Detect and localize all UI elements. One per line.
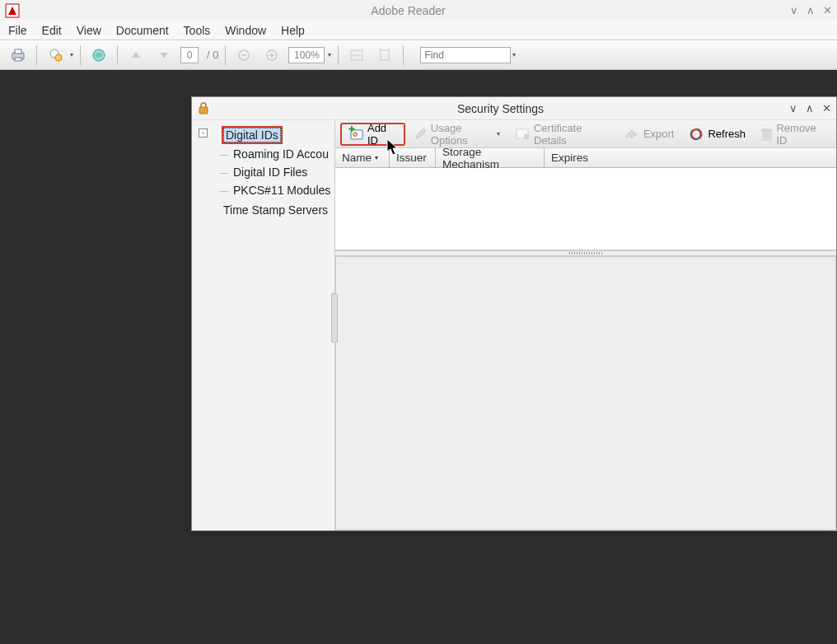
tree-item-digital-id-files[interactable]: Digital ID Files bbox=[231, 166, 331, 179]
toolbar-separator bbox=[338, 45, 339, 65]
refresh-label: Refresh bbox=[708, 128, 746, 140]
dropdown-arrow-icon[interactable]: ▾ bbox=[328, 51, 331, 58]
export-button[interactable]: Export bbox=[618, 123, 681, 146]
minimize-button[interactable]: ∨ bbox=[790, 4, 798, 16]
svg-rect-14 bbox=[381, 50, 389, 60]
remove-id-label: Remove ID bbox=[776, 122, 825, 147]
titlebar: Adobe Reader ∨ ∧ ✕ bbox=[0, 0, 837, 21]
menu-view[interactable]: View bbox=[77, 24, 101, 37]
dropdown-arrow-icon: ▾ bbox=[497, 130, 500, 138]
fit-page-icon[interactable] bbox=[373, 44, 396, 66]
world-icon[interactable] bbox=[87, 44, 110, 66]
add-id-icon bbox=[348, 126, 363, 142]
vertical-splitter[interactable] bbox=[331, 293, 338, 343]
svg-point-5 bbox=[55, 54, 62, 61]
zoom-out-icon[interactable] bbox=[232, 44, 255, 66]
toolbar-separator bbox=[117, 45, 118, 65]
dialog-close-button[interactable]: ✕ bbox=[822, 102, 831, 114]
column-name[interactable]: Name▾ bbox=[335, 148, 390, 167]
menu-tools[interactable]: Tools bbox=[184, 24, 211, 37]
export-label: Export bbox=[643, 128, 675, 140]
add-id-button[interactable]: Add ID bbox=[340, 123, 405, 146]
print-icon[interactable] bbox=[7, 44, 30, 66]
dialog-minimize-button[interactable]: ∨ bbox=[789, 102, 797, 114]
refresh-button[interactable]: Refresh bbox=[682, 123, 752, 146]
zoom-input[interactable] bbox=[288, 47, 325, 63]
toolbar-separator bbox=[403, 45, 404, 65]
add-id-label: Add ID bbox=[367, 122, 397, 147]
dropdown-arrow-icon[interactable]: ▾ bbox=[512, 51, 516, 58]
zoom-in-icon[interactable] bbox=[260, 44, 283, 66]
page-up-icon[interactable] bbox=[124, 44, 147, 66]
adobe-reader-icon bbox=[5, 3, 20, 18]
column-storage[interactable]: Storage Mechanism bbox=[436, 148, 545, 167]
tree-collapse-icon[interactable]: - bbox=[199, 128, 208, 138]
collab-icon[interactable] bbox=[44, 44, 67, 66]
certificate-icon bbox=[515, 127, 530, 142]
toolbar-separator bbox=[80, 45, 81, 65]
main-toolbar: ▾ / 0 ▾ ▾ bbox=[0, 40, 837, 70]
trash-icon bbox=[760, 127, 772, 142]
close-button[interactable]: ✕ bbox=[823, 4, 832, 16]
dropdown-arrow-icon[interactable]: ▾ bbox=[70, 51, 73, 58]
svg-rect-15 bbox=[199, 107, 208, 114]
menu-document[interactable]: Document bbox=[116, 24, 169, 37]
dialog-maximize-button[interactable]: ∧ bbox=[806, 102, 814, 114]
horizontal-splitter[interactable] bbox=[335, 250, 836, 256]
svg-rect-2 bbox=[15, 49, 21, 54]
dialog-title: Security Settings bbox=[212, 102, 789, 115]
remove-id-button[interactable]: Remove ID bbox=[754, 123, 831, 146]
export-icon bbox=[624, 128, 639, 141]
main-window: Adobe Reader ∨ ∧ ✕ File Edit View Docume… bbox=[0, 0, 837, 644]
tree-item-timestamp-servers[interactable]: Time Stamp Servers bbox=[222, 203, 330, 217]
settings-tree: - Digital IDs Roaming ID Accou Digital I… bbox=[192, 120, 335, 530]
tree-item-digital-ids[interactable]: Digital IDs bbox=[223, 128, 281, 142]
dialog-right-area: Add ID Usage Options ▾ Certificate Detai… bbox=[335, 120, 836, 530]
page-number-input[interactable] bbox=[180, 47, 199, 63]
certificate-details-label: Certificate Details bbox=[534, 122, 610, 147]
page-down-icon[interactable] bbox=[152, 44, 175, 66]
menubar: File Edit View Document Tools Window Hel… bbox=[0, 21, 837, 40]
svg-rect-24 bbox=[762, 129, 772, 131]
id-list-panel bbox=[335, 168, 836, 250]
maximize-button[interactable]: ∧ bbox=[807, 4, 815, 16]
menu-edit[interactable]: Edit bbox=[42, 24, 62, 37]
sort-arrow-icon: ▾ bbox=[375, 154, 378, 161]
page-total: / 0 bbox=[207, 49, 218, 61]
fit-width-icon[interactable] bbox=[345, 44, 368, 66]
svg-point-17 bbox=[353, 132, 358, 136]
app-title: Adobe Reader bbox=[26, 4, 790, 17]
toolbar-separator bbox=[225, 45, 226, 65]
usage-options-label: Usage Options bbox=[431, 122, 494, 147]
id-table-header: Name▾ Issuer Storage Mechanism Expires bbox=[335, 148, 836, 168]
id-detail-panel bbox=[335, 256, 836, 530]
security-settings-dialog: Security Settings ∨ ∧ ✕ - Digital IDs Ro… bbox=[191, 96, 837, 531]
tree-item-pkcs11[interactable]: PKCS#11 Modules bbox=[231, 184, 331, 197]
pencil-icon bbox=[414, 127, 427, 142]
svg-rect-3 bbox=[15, 58, 21, 61]
refresh-icon bbox=[689, 127, 704, 142]
column-expires[interactable]: Expires bbox=[545, 148, 836, 167]
usage-options-button[interactable]: Usage Options ▾ bbox=[407, 123, 507, 146]
dialog-titlebar: Security Settings ∨ ∧ ✕ bbox=[192, 97, 836, 120]
dialog-toolbar: Add ID Usage Options ▾ Certificate Detai… bbox=[335, 120, 836, 148]
tree-item-roaming-id[interactable]: Roaming ID Accou bbox=[231, 147, 331, 161]
toolbar-separator bbox=[36, 45, 37, 65]
menu-help[interactable]: Help bbox=[281, 24, 305, 37]
lock-icon bbox=[197, 101, 212, 116]
find-input[interactable] bbox=[420, 47, 511, 63]
svg-point-22 bbox=[524, 134, 529, 139]
menu-file[interactable]: File bbox=[8, 24, 27, 37]
menu-window[interactable]: Window bbox=[225, 24, 266, 37]
certificate-details-button[interactable]: Certificate Details bbox=[508, 123, 616, 146]
column-issuer[interactable]: Issuer bbox=[390, 148, 436, 167]
